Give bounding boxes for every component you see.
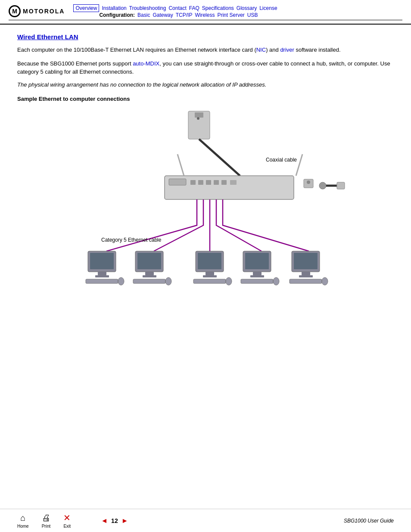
- svg-rect-31: [133, 279, 165, 283]
- svg-rect-46: [294, 253, 318, 269]
- svg-point-2: [197, 117, 199, 120]
- exit-icon: ✕: [63, 513, 71, 523]
- header-divider: [9, 20, 402, 20]
- svg-rect-8: [206, 180, 211, 185]
- nav-overview[interactable]: Overview: [73, 4, 99, 12]
- exit-button[interactable]: ✕ Exit: [63, 513, 71, 529]
- svg-rect-35: [206, 272, 214, 275]
- svg-rect-25: [86, 279, 118, 283]
- section-title: Wired Ethernet LAN: [17, 33, 394, 40]
- prev-page-button[interactable]: ◄: [101, 517, 108, 525]
- nav-troubleshooting[interactable]: Troubleshooting: [129, 5, 166, 11]
- config-label: Configuration:: [99, 12, 135, 18]
- svg-rect-5: [169, 179, 186, 185]
- nav-specifications[interactable]: Specifications: [202, 5, 234, 11]
- svg-rect-11: [230, 180, 237, 185]
- nav-config-wireless[interactable]: Wireless: [195, 12, 215, 18]
- print-label: Print: [42, 524, 51, 529]
- svg-rect-43: [241, 279, 273, 283]
- page-nav: ◄ 12 ►: [101, 517, 128, 525]
- subsection-title: Sample Ethernet to computer connections: [17, 96, 394, 102]
- svg-rect-41: [253, 272, 262, 275]
- home-button[interactable]: ⌂ Home: [17, 513, 29, 529]
- svg-rect-49: [290, 279, 322, 283]
- auto-mdix-link[interactable]: auto-MDIX: [133, 60, 159, 67]
- svg-rect-42: [250, 275, 264, 277]
- driver-link[interactable]: driver: [280, 47, 294, 53]
- motorola-text: MOTOROLA: [23, 8, 65, 15]
- nav-license[interactable]: License: [259, 5, 277, 11]
- nav-config-tcpip[interactable]: TCP/IP: [176, 12, 193, 18]
- nav-config-usb[interactable]: USB: [247, 12, 258, 18]
- motorola-logo: M MOTOROLA: [9, 5, 65, 17]
- svg-rect-37: [193, 279, 226, 283]
- nav-area: Overview Installation Troubleshooting Co…: [73, 4, 277, 18]
- home-label: Home: [17, 524, 29, 529]
- svg-point-38: [226, 277, 232, 285]
- motorola-icon: M: [9, 5, 21, 17]
- nav-contact[interactable]: Contact: [168, 5, 186, 11]
- para1-text2: ) and: [266, 47, 280, 53]
- nav-faq[interactable]: FAQ: [189, 5, 199, 11]
- svg-rect-10: [221, 180, 227, 185]
- diagram-svg: Coaxial cable Category 5 Ethernet cable: [55, 109, 356, 290]
- footer: ⌂ Home 🖨 Print ✕ Exit ◄ 12 ► SBG1000 Use…: [0, 509, 411, 532]
- svg-rect-47: [302, 272, 310, 275]
- paragraph1: Each computer on the 10/100Base-T Ethern…: [17, 46, 394, 54]
- nav-glossary[interactable]: Glossary: [237, 5, 257, 11]
- nav-config-basic[interactable]: Basic: [137, 12, 150, 18]
- nav-installation[interactable]: Installation: [102, 5, 126, 11]
- svg-rect-34: [198, 253, 221, 269]
- para1-text3: software installed.: [294, 47, 341, 53]
- home-icon: ⌂: [20, 513, 25, 523]
- svg-line-3: [199, 139, 240, 176]
- header: M MOTOROLA Overview Installation Trouble…: [0, 0, 411, 25]
- svg-point-32: [165, 277, 171, 285]
- svg-rect-6: [190, 180, 196, 185]
- svg-point-15: [307, 180, 310, 184]
- svg-rect-9: [214, 180, 219, 185]
- page-number: 12: [111, 517, 118, 524]
- svg-rect-48: [299, 275, 313, 277]
- paragraph2: Because the SBG1000 Ethernet ports suppo…: [17, 59, 394, 76]
- svg-rect-40: [245, 253, 269, 269]
- svg-rect-22: [90, 253, 114, 269]
- print-icon: 🖨: [42, 513, 50, 523]
- svg-text:Category 5 Ethernet cable: Category 5 Ethernet cable: [101, 237, 162, 243]
- svg-point-44: [273, 277, 279, 285]
- nav-row-main: Overview Installation Troubleshooting Co…: [73, 4, 277, 12]
- print-button[interactable]: 🖨 Print: [42, 513, 51, 529]
- config-row: Configuration: Basic Gateway TCP/IP Wire…: [99, 12, 277, 18]
- svg-text:Coaxial cable: Coaxial cable: [266, 157, 297, 163]
- svg-point-16: [319, 182, 326, 189]
- nic-link[interactable]: NIC: [256, 47, 266, 53]
- svg-line-12: [177, 154, 184, 176]
- svg-rect-28: [137, 253, 161, 269]
- svg-rect-36: [203, 275, 217, 277]
- nav-config-gateway[interactable]: Gateway: [153, 12, 173, 18]
- svg-point-26: [118, 277, 124, 285]
- diagram: Coaxial cable Category 5 Ethernet cable: [55, 109, 356, 290]
- footer-nav: ⌂ Home 🖨 Print ✕ Exit: [17, 513, 71, 529]
- main-content: Wired Ethernet LAN Each computer on the …: [0, 25, 411, 299]
- para2-text1: Because the SBG1000 Ethernet ports suppo…: [17, 60, 133, 67]
- svg-rect-30: [143, 275, 156, 277]
- exit-label: Exit: [63, 524, 71, 529]
- svg-point-50: [322, 277, 328, 285]
- svg-rect-23: [98, 272, 106, 275]
- svg-line-13: [296, 154, 302, 176]
- para1-text1: Each computer on the 10/100Base-T Ethern…: [17, 47, 256, 53]
- svg-rect-1: [195, 112, 203, 118]
- svg-rect-18: [337, 182, 345, 189]
- svg-rect-24: [95, 275, 109, 277]
- nav-config-printserver[interactable]: Print Server: [217, 12, 244, 18]
- italic-note: The physical wiring arrangement has no c…: [17, 81, 394, 88]
- svg-rect-7: [198, 180, 203, 185]
- next-page-button[interactable]: ►: [121, 517, 128, 525]
- svg-rect-29: [145, 272, 154, 275]
- guide-title: SBG1000 User Guide: [344, 518, 394, 524]
